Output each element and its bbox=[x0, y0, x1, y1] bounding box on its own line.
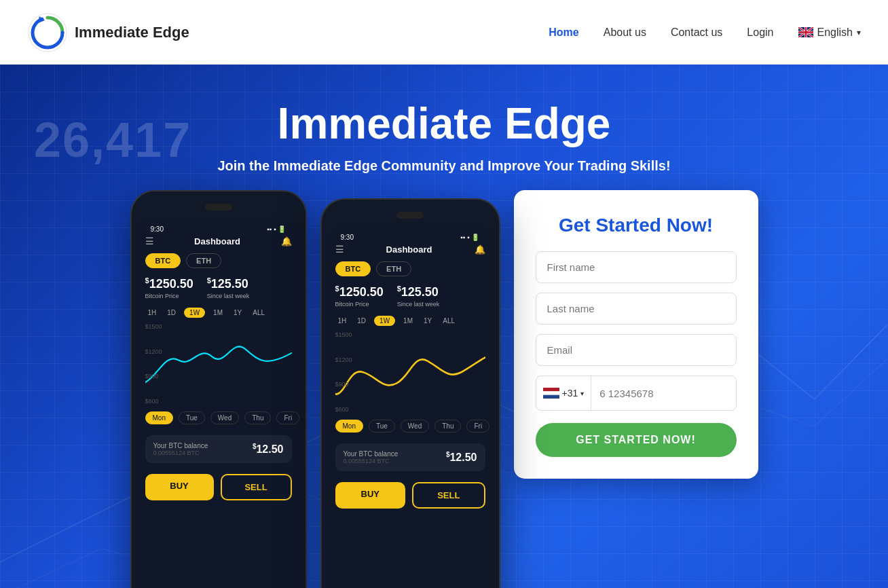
tf-all-1[interactable]: ALL bbox=[250, 308, 267, 318]
bell-icon-2: 🔔 bbox=[475, 244, 485, 255]
nav-about[interactable]: About us bbox=[604, 26, 646, 39]
signal-icons-1: ▪▪ ▪ 🔋 bbox=[267, 225, 286, 233]
day-wed-2[interactable]: Wed bbox=[401, 420, 429, 433]
nav-login[interactable]: Login bbox=[747, 26, 773, 39]
tab-btc-2[interactable]: BTC bbox=[335, 261, 371, 276]
signal-icons-2: ▪▪ ▪ 🔋 bbox=[460, 234, 479, 241]
price-row-2: $1250.50 Bitcoin Price $125.50 Since las… bbox=[335, 284, 485, 308]
tf-1w-1[interactable]: 1W bbox=[184, 308, 205, 318]
hero-subtitle: Join the Immediate Edge Community and Im… bbox=[217, 158, 670, 174]
day-mon-2[interactable]: Mon bbox=[335, 420, 363, 433]
btc-price-1: $1250.50 bbox=[145, 276, 193, 291]
balance-label-2: Your BTC balance bbox=[344, 450, 399, 458]
phone-dropdown-icon: ▾ bbox=[580, 390, 584, 397]
content-row: 9:30 ▪▪ ▪ 🔋 ☰ Dashboard 🔔 BTC ETH $1250.… bbox=[0, 190, 888, 588]
buy-button-1[interactable]: BUY bbox=[145, 474, 214, 500]
phone-flag-selector[interactable]: +31 ▾ bbox=[536, 376, 592, 410]
price-block-eth-1: $125.50 Since last week bbox=[207, 276, 250, 299]
tf-1m-1[interactable]: 1M bbox=[210, 308, 225, 318]
btc-price-2: $1250.50 bbox=[335, 284, 384, 299]
nav-home[interactable]: Home bbox=[549, 26, 578, 39]
hero-section: 26,417 Immediate Edge Join the Immediate… bbox=[0, 65, 888, 588]
chart-svg-2 bbox=[335, 331, 485, 413]
sell-button-1[interactable]: SELL bbox=[221, 474, 292, 500]
btc-label-2: Bitcoin Price bbox=[335, 301, 384, 308]
day-thu-2[interactable]: Thu bbox=[434, 420, 461, 433]
tf-1d-1[interactable]: 1D bbox=[164, 308, 179, 318]
balance-sub-1: 0.00555124 BTC bbox=[153, 449, 208, 456]
eth-price-1: $125.50 bbox=[207, 276, 250, 291]
cta-button[interactable]: GET STARTED NOW! bbox=[536, 423, 737, 457]
day-wed-1[interactable]: Wed bbox=[210, 411, 239, 424]
form-title: Get Started Now! bbox=[536, 215, 737, 236]
phone-nav-row-1: ☰ Dashboard 🔔 bbox=[145, 236, 292, 246]
phone-status-bar-2: 9:30 ▪▪ ▪ 🔋 bbox=[335, 234, 485, 244]
buy-button-2[interactable]: BUY bbox=[335, 482, 406, 509]
day-thu-1[interactable]: Thu bbox=[244, 411, 271, 424]
price-block-eth-2: $125.50 Since last week bbox=[397, 284, 440, 308]
chart-area-2: $1500 $1200 $900 $600 bbox=[335, 331, 485, 413]
day-tue-1[interactable]: Tue bbox=[179, 411, 205, 424]
day-mon-1[interactable]: Mon bbox=[145, 411, 173, 424]
chart-labels-1: $1500 $1200 $900 $600 bbox=[145, 323, 162, 405]
day-fri-2[interactable]: Fri bbox=[466, 420, 489, 433]
phone-number-input[interactable] bbox=[591, 378, 736, 409]
phone-time-2: 9:30 bbox=[341, 234, 354, 241]
sell-button-2[interactable]: SELL bbox=[412, 482, 485, 509]
logo[interactable]: Immediate Edge bbox=[27, 12, 189, 53]
svg-rect-5 bbox=[543, 395, 559, 399]
tab-eth-1[interactable]: ETH bbox=[186, 253, 221, 268]
days-row-2: Mon Tue Wed Thu Fri bbox=[335, 420, 485, 433]
tf-1d-2[interactable]: 1D bbox=[354, 316, 369, 326]
tf-1h-2[interactable]: 1H bbox=[335, 316, 350, 326]
logo-text: Immediate Edge bbox=[75, 24, 189, 41]
chart-svg-1 bbox=[145, 323, 292, 405]
tf-1m-2[interactable]: 1M bbox=[401, 316, 415, 326]
chart-label-900-2: $900 bbox=[335, 381, 352, 388]
chart-label-1500-2: $1500 bbox=[335, 331, 352, 338]
tf-1y-1[interactable]: 1Y bbox=[231, 308, 244, 318]
day-fri-1[interactable]: Fri bbox=[276, 411, 299, 424]
chart-label-900-1: $900 bbox=[145, 373, 162, 380]
header: Immediate Edge Home About us Contact us … bbox=[0, 0, 888, 65]
chart-label-600-1: $600 bbox=[145, 398, 162, 405]
first-name-input[interactable] bbox=[536, 251, 737, 283]
svg-rect-4 bbox=[543, 391, 559, 394]
phone-title-1: Dashboard bbox=[194, 236, 240, 246]
logo-icon bbox=[27, 12, 68, 53]
balance-row-2: Your BTC balance 0.00555124 BTC $12.50 bbox=[335, 443, 485, 471]
nav-contact[interactable]: Contact us bbox=[671, 26, 722, 39]
main-nav: Home About us Contact us Login English ▾ bbox=[549, 26, 861, 39]
flag-icon bbox=[798, 27, 813, 37]
hamburger-icon-2: ☰ bbox=[335, 244, 344, 255]
bell-icon-1: 🔔 bbox=[281, 236, 292, 246]
balance-row-1: Your BTC balance 0.00555124 BTC $12.50 bbox=[145, 435, 292, 463]
days-row-1: Mon Tue Wed Thu Fri bbox=[145, 411, 292, 424]
bg-number: 26,417 bbox=[34, 112, 191, 168]
tf-1w-2[interactable]: 1W bbox=[374, 316, 395, 326]
tf-all-2[interactable]: ALL bbox=[440, 316, 458, 326]
tab-row-1: BTC ETH bbox=[145, 253, 292, 268]
chart-labels-2: $1500 $1200 $900 $600 bbox=[335, 331, 352, 413]
phone-notch-2 bbox=[383, 208, 437, 223]
day-tue-2[interactable]: Tue bbox=[369, 420, 395, 433]
balance-info-2: Your BTC balance 0.00555124 BTC bbox=[344, 450, 399, 464]
phone-input-row: +31 ▾ bbox=[536, 375, 737, 411]
chart-label-1200-2: $1200 bbox=[335, 356, 352, 363]
tab-btc-1[interactable]: BTC bbox=[145, 253, 181, 268]
phone-mockup-1: 9:30 ▪▪ ▪ 🔋 ☰ Dashboard 🔔 BTC ETH $1250.… bbox=[130, 190, 307, 588]
action-row-1: BUY SELL bbox=[145, 474, 292, 500]
language-selector[interactable]: English ▾ bbox=[798, 26, 861, 39]
tab-eth-2[interactable]: ETH bbox=[376, 261, 411, 276]
email-input[interactable] bbox=[536, 334, 737, 366]
phone-mockup-2: 9:30 ▪▪ ▪ 🔋 ☰ Dashboard 🔔 BTC ETH $1250.… bbox=[320, 198, 500, 588]
last-name-input[interactable] bbox=[536, 293, 737, 325]
btc-label-1: Bitcoin Price bbox=[145, 293, 193, 299]
chart-label-1200-1: $1200 bbox=[145, 348, 162, 355]
balance-info-1: Your BTC balance 0.00555124 BTC bbox=[153, 442, 208, 456]
tf-1h-1[interactable]: 1H bbox=[145, 308, 160, 318]
phone-screen-2: 9:30 ▪▪ ▪ 🔋 ☰ Dashboard 🔔 BTC ETH $1250.… bbox=[329, 227, 492, 588]
chevron-down-icon: ▾ bbox=[857, 28, 861, 37]
hero-title: Immediate Edge bbox=[278, 98, 611, 149]
tf-1y-2[interactable]: 1Y bbox=[421, 316, 434, 326]
